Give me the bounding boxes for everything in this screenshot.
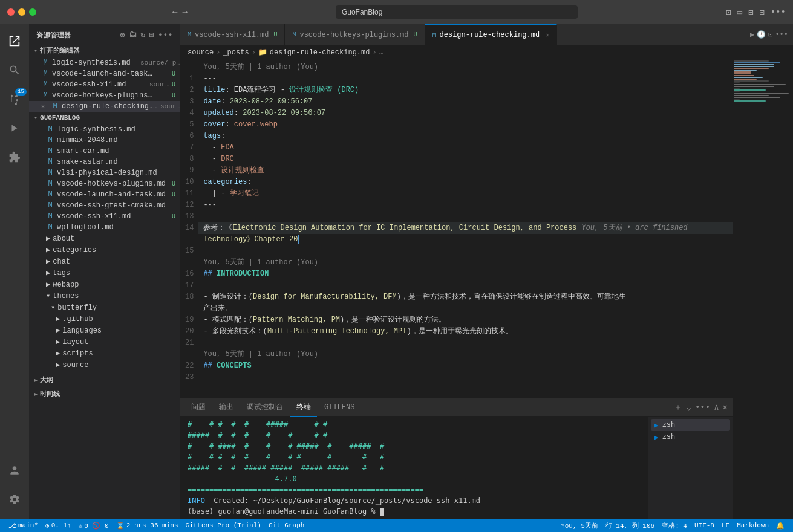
minimap-line (734, 100, 766, 102)
more-icon[interactable]: ••• (771, 7, 786, 18)
new-folder-icon[interactable]: 🗂 (129, 30, 137, 40)
breadcrumb-more[interactable]: … (379, 48, 383, 57)
status-errors[interactable]: ⚠ 0 🚫 0 (75, 522, 113, 530)
maximize-button[interactable] (29, 8, 36, 16)
open-file-drc[interactable]: ✕ M design-rule-checking.md sour… (29, 101, 180, 112)
file-snake[interactable]: M snake-astar.md (29, 157, 180, 167)
extensions-icon[interactable] (0, 143, 29, 172)
search-input[interactable] (336, 5, 578, 19)
file-smart-car[interactable]: M smart-car.md (29, 146, 180, 157)
forward-button[interactable]: → (182, 7, 187, 17)
panel-close-icon[interactable]: ✕ (723, 402, 728, 412)
search-icon[interactable] (0, 56, 29, 85)
editor-content[interactable]: 1 2 3 4 5 6 7 8 9 10 11 12 13 14 (180, 59, 733, 398)
run-icon[interactable] (0, 114, 29, 143)
terminal-more-icon[interactable]: ••• (695, 403, 710, 412)
breadcrumb-posts[interactable]: _posts (223, 48, 249, 57)
folder-webapp[interactable]: ▶ webapp (29, 279, 180, 290)
account-icon[interactable] (0, 456, 29, 485)
more-tab-icon[interactable]: ••• (775, 31, 788, 39)
settings-icon[interactable] (0, 485, 29, 514)
status-spaces[interactable]: 空格: 4 (658, 521, 691, 530)
search-bar[interactable] (336, 5, 578, 19)
folder-tags[interactable]: ▶ tags (29, 267, 180, 279)
file-gtest[interactable]: M vscode-ssh-gtest-cmake.md (29, 200, 180, 211)
folder-languages[interactable]: ▶ languages (29, 325, 180, 336)
folder-butterfly[interactable]: ▾ butterfly (29, 302, 180, 313)
run-file-icon[interactable]: ▶ (750, 30, 754, 39)
tab-ssh-x11[interactable]: M vscode-ssh-x11.md U (180, 24, 285, 45)
status-author[interactable]: You, 5天前 (557, 521, 602, 530)
panel-tab-terminal[interactable]: 终端 (290, 398, 317, 417)
outline-section[interactable]: ▶ 大纲 (29, 373, 180, 387)
layout-icon-2[interactable]: ▭ (737, 7, 742, 18)
folder-scripts[interactable]: ▶ scripts (29, 348, 180, 359)
file-icon-5: M (51, 102, 59, 111)
status-sync[interactable]: ⊙ 0↓ 1↑ (42, 522, 75, 530)
explorer-icon[interactable] (0, 27, 29, 56)
close-file-icon[interactable]: ✕ (41, 103, 45, 110)
add-terminal-icon[interactable]: ＋ (674, 402, 682, 413)
layout-icon-3[interactable]: ⊞ (748, 7, 753, 18)
status-git-branch[interactable]: ⎇ main* (5, 522, 42, 530)
back-button[interactable]: ← (172, 7, 177, 17)
open-file-logic[interactable]: M logic-synthesis.md source/_p… (29, 57, 180, 68)
panel-tab-gitlens[interactable]: GITLENS (318, 398, 361, 417)
open-file-launch[interactable]: M vscode-launch-and-task… U (29, 68, 180, 79)
file-wpflog[interactable]: M wpflogtool.md (29, 222, 180, 233)
file-hotkeys[interactable]: M vscode-hotkeys-plugins.md U (29, 178, 180, 189)
folder-chat[interactable]: ▶ chat (29, 256, 180, 267)
file-logic-syn[interactable]: M logic-synthesis.md (29, 124, 180, 135)
panel-tab-debug[interactable]: 调试控制台 (241, 398, 289, 417)
breadcrumb-file[interactable]: design-rule-checking.md (270, 48, 370, 57)
minimize-button[interactable] (18, 8, 25, 16)
layout-icon-4[interactable]: ⊟ (759, 7, 764, 18)
terminal-instance-2[interactable]: ▶ zsh (651, 431, 730, 443)
guofanblog-section[interactable]: ▾ GUOFANBLOG (29, 112, 180, 124)
open-editors-section[interactable]: ▾ 打开的编辑器 (29, 44, 180, 57)
panel-up-icon[interactable]: ∧ (714, 402, 719, 412)
status-position[interactable]: 行 14, 列 106 (602, 521, 658, 530)
tab-close-icon[interactable]: ✕ (546, 31, 549, 39)
folder-source[interactable]: ▶ source (29, 359, 180, 371)
status-encoding[interactable]: UTF-8 (691, 521, 718, 530)
status-time[interactable]: ⌛ 2 hrs 36 mins (113, 522, 182, 530)
status-git-graph[interactable]: Git Graph (265, 522, 308, 529)
code-line-1: --- (198, 73, 733, 85)
timeline-section[interactable]: ▶ 时间线 (29, 387, 180, 401)
file-launch[interactable]: M vscode-launch-and-task.md U (29, 189, 180, 200)
folder-themes[interactable]: ▾ themes (29, 290, 180, 302)
breadcrumb-source[interactable]: source (188, 48, 214, 57)
panel-tab-output[interactable]: 输出 (213, 398, 240, 417)
refresh-icon[interactable]: ↻ (140, 30, 145, 40)
layout-icon-1[interactable]: ⊡ (726, 7, 731, 18)
tab-drc[interactable]: M design-rule-checking.md ✕ (425, 24, 558, 45)
tab-hotkeys[interactable]: M vscode-hotkeys-plugins.md U (285, 24, 425, 45)
status-notifications[interactable]: 🔔 (772, 521, 788, 530)
folder-layout[interactable]: ▶ layout (29, 336, 180, 348)
folder-about[interactable]: ▶ about (29, 233, 180, 244)
history-icon[interactable]: 🕐 (757, 30, 766, 39)
md-icon-5: M (46, 169, 54, 177)
new-file-icon[interactable]: ⊕ (120, 30, 125, 40)
status-language[interactable]: Markdown (733, 521, 772, 530)
tab-hotkeys-dirty: U (414, 31, 417, 38)
terminal-main[interactable]: # # # # # ##### # # ##### # # # # # # # … (180, 417, 648, 519)
open-file-ssh[interactable]: M vscode-ssh-x11.md sour… U (29, 79, 180, 90)
terminal-instance-1[interactable]: ▶ zsh (651, 419, 730, 431)
status-eol[interactable]: LF (718, 521, 733, 530)
split-icon[interactable]: ⊡ (768, 30, 772, 39)
more-actions-icon[interactable]: ••• (158, 30, 173, 40)
file-ssh-x11[interactable]: M vscode-ssh-x11.md U (29, 211, 180, 222)
source-control-icon[interactable] (0, 85, 29, 114)
panel-tab-problems[interactable]: 问题 (185, 398, 212, 417)
file-minmax[interactable]: M minmax-2048.md (29, 135, 180, 146)
collapse-icon[interactable]: ⊟ (149, 30, 154, 40)
folder-github[interactable]: ▶ .github (29, 313, 180, 325)
open-file-hotkeys[interactable]: M vscode-hotkeys-plugins… U (29, 90, 180, 101)
status-gitlens[interactable]: GitLens Pro (Trial) (182, 522, 265, 529)
file-vlsi[interactable]: M vlsi-physical-design.md (29, 167, 180, 178)
split-terminal-icon[interactable]: ⌄ (686, 402, 691, 412)
folder-categories[interactable]: ▶ categories (29, 244, 180, 256)
close-button[interactable] (7, 8, 15, 16)
